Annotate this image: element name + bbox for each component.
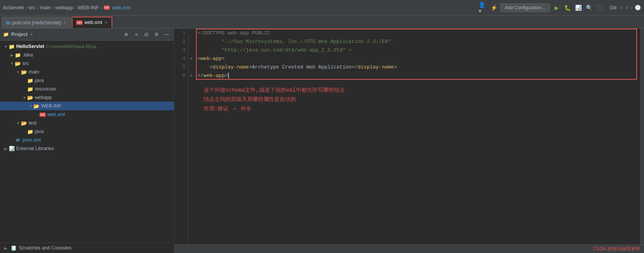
tree-arrow-src: ▼ bbox=[9, 61, 15, 66]
sidebar-icons: ⊕ ≡ ⊟ ⚙ — bbox=[122, 30, 171, 39]
tab-pomxml-label: pom.xml (HelloServlet) bbox=[12, 20, 61, 26]
maven-icon: m bbox=[6, 20, 10, 26]
idea-folder-icon: 📁 bbox=[15, 52, 21, 58]
tree-item-helloservlet[interactable]: ▼ 📁 HelloServlet C:\Users\28463\java EE\… bbox=[0, 42, 174, 51]
tree-arrow-pomxml: ▶ bbox=[9, 137, 15, 143]
tree-item-main[interactable]: ▼ 📂 main bbox=[0, 68, 174, 76]
tab-pomxml[interactable]: m pom.xml (HelloServlet) ✕ bbox=[2, 17, 71, 28]
tree-arrow-test: ▼ bbox=[15, 120, 21, 126]
line-numbers: 1 2 3 4 5 6 bbox=[174, 29, 188, 244]
git-section: Git: ✓ ✓ ↑ 🕐 bbox=[610, 5, 641, 10]
debug-icon[interactable]: 🐛 bbox=[563, 3, 572, 12]
tree-item-test-java[interactable]: ▶ 📁 java bbox=[0, 127, 174, 136]
gutter-3 bbox=[188, 46, 194, 54]
line-num-2: 2 bbox=[182, 37, 185, 46]
sidebar-collapse-icon[interactable]: ⊟ bbox=[142, 30, 151, 39]
run-config-icon[interactable]: ⚡ bbox=[489, 3, 498, 12]
breadcrumb-project: lloServlet bbox=[3, 5, 24, 10]
tree-arrow-scratches: ▶ bbox=[3, 245, 9, 251]
cursor bbox=[228, 73, 229, 78]
tree-label-main: main bbox=[29, 69, 39, 75]
tag-6: web-app bbox=[204, 73, 225, 79]
java-folder-icon: 📁 bbox=[27, 77, 33, 84]
add-configuration-button[interactable]: Add Configuration... bbox=[500, 3, 550, 12]
tab-pomxml-close[interactable]: ✕ bbox=[63, 20, 67, 25]
extlibs-icon: 📊 bbox=[9, 145, 15, 152]
webxml-icon: </> bbox=[103, 5, 110, 11]
tag-5a: display-name bbox=[213, 64, 249, 70]
editor-scrollbar[interactable] bbox=[640, 29, 644, 244]
tree-item-java[interactable]: ▶ 📁 java bbox=[0, 76, 174, 85]
tree-item-webapp[interactable]: ▼ 📂 webapp bbox=[0, 93, 174, 102]
webinf-folder-icon: 📂 bbox=[33, 103, 39, 109]
code-area[interactable]: <!DOCTYPE web-app PUBLIC "-//Sun Microsy… bbox=[194, 29, 640, 244]
code-line-2: "-//Sun Microsystems, Inc.//DTD Web Appl… bbox=[197, 37, 637, 46]
test-java-folder-icon: 📁 bbox=[27, 128, 33, 135]
bracket-5c: </ bbox=[352, 64, 358, 70]
line-num-6: 6 bbox=[182, 71, 185, 80]
main-folder-icon: 📂 bbox=[21, 69, 27, 75]
sidebar-close-icon[interactable]: — bbox=[162, 30, 171, 39]
tab-webxml-close[interactable]: ✕ bbox=[104, 20, 108, 25]
profile-icon[interactable]: 👤▾ bbox=[479, 3, 487, 12]
tree-item-test[interactable]: ▼ 📂 test bbox=[0, 119, 174, 127]
sidebar-header: 📁 Project ▾ ⊕ ≡ ⊟ ⚙ — bbox=[0, 29, 174, 41]
tree-arrow-main: ▼ bbox=[15, 69, 21, 75]
sidebar-add-icon[interactable]: ⊕ bbox=[122, 30, 131, 39]
breadcrumb-src: src bbox=[28, 5, 35, 10]
code-line-4: <web-app> bbox=[197, 54, 637, 63]
tree-label-extlibs: External Libraries bbox=[16, 146, 54, 151]
tab-webxml-label: web.xml bbox=[84, 20, 102, 25]
coverage-icon[interactable]: 🔍 bbox=[585, 3, 593, 12]
bracket-4a: < bbox=[197, 56, 201, 62]
run-icon[interactable]: ▶ bbox=[552, 3, 561, 12]
tree-item-src[interactable]: ▼ 📂 src bbox=[0, 59, 174, 68]
line-num-3: 3 bbox=[182, 46, 185, 54]
tree-label-resources: resources bbox=[35, 86, 56, 92]
footer: CSDN @快到锅里来呀 bbox=[174, 244, 644, 253]
tree-item-pomxml[interactable]: ▶ m pom.xml bbox=[0, 136, 174, 144]
tree-item-webxml[interactable]: ▶ </> web.xml bbox=[0, 110, 174, 119]
annotation-block: 这个叫做schema文件,描述了你的xml中都允许写哪些结点 结点之间的层级关系… bbox=[197, 83, 637, 116]
tab-webxml[interactable]: </> web.xml ✕ bbox=[72, 17, 112, 28]
toolbar-actions: 👤▾ ⚡ Add Configuration... ▶ 🐛 📊 🔍 ⬛ Git:… bbox=[479, 3, 641, 12]
gutter-2 bbox=[188, 37, 194, 46]
sidebar-title: Project bbox=[11, 32, 27, 37]
git-arrow-icon: ↑ bbox=[631, 5, 634, 10]
sidebar-expand-icon[interactable]: ≡ bbox=[132, 30, 141, 39]
tree-item-idea[interactable]: ▶ 📁 .idea bbox=[0, 51, 174, 59]
bracket-5d: > bbox=[394, 64, 397, 70]
code-line-3: "http://java.sun.com/dtd/web-app_2_3.dtd… bbox=[197, 46, 637, 54]
footer-brand: CSDN @快到锅里来呀 bbox=[593, 246, 640, 252]
breadcrumb: lloServlet › src › main › webapp › WEB-I… bbox=[3, 5, 479, 11]
tree-label-helloservlet: HelloServlet bbox=[16, 44, 44, 49]
stop-icon[interactable]: ⬛ bbox=[596, 3, 604, 12]
tree-arrow-java: ▶ bbox=[22, 78, 27, 83]
sidebar-dropdown-icon[interactable]: ▾ bbox=[31, 32, 33, 37]
tabs-bar: m pom.xml (HelloServlet) ✕ </> web.xml ✕ bbox=[0, 15, 644, 29]
git-clock-icon: 🕐 bbox=[635, 5, 641, 10]
code-line-5: <display-name>Archetype Created Web Appl… bbox=[197, 63, 637, 71]
tree-item-webinf[interactable]: ▼ 📂 WEB-INF bbox=[0, 102, 174, 110]
sidebar-settings-icon[interactable]: ⚙ bbox=[152, 30, 161, 39]
gutter-4: ▼ bbox=[188, 54, 194, 63]
scratches-label: Scratches and Consoles bbox=[19, 245, 72, 251]
tree-arrow-helloservlet: ▼ bbox=[3, 44, 9, 49]
tree-item-scratches[interactable]: ▶ 🗒️ Scratches and Consoles bbox=[0, 243, 174, 253]
text-5: Archetype Created Web Application bbox=[252, 64, 351, 70]
tree-label-idea: .idea bbox=[22, 52, 33, 58]
tree-item-extlibs[interactable]: ▶ 📊 External Libraries bbox=[0, 144, 174, 153]
code-line-6: </web-app> bbox=[197, 71, 637, 80]
gutter-area: ▼ ▼ bbox=[188, 29, 194, 244]
doctype-token: <!DOCTYPE web-app PUBLIC bbox=[197, 30, 270, 36]
gutter-5 bbox=[188, 63, 194, 71]
annotation-line-2: 结点之间的层级关系哪些属性是合法的 bbox=[204, 95, 631, 104]
profile-run-icon[interactable]: 📊 bbox=[574, 3, 582, 12]
code-lines-wrapper: <!DOCTYPE web-app PUBLIC "-//Sun Microsy… bbox=[197, 29, 637, 80]
test-folder-icon: 📂 bbox=[21, 120, 27, 126]
tree-item-resources[interactable]: ▶ 📁 resources bbox=[0, 85, 174, 93]
project-icon: 📁 bbox=[9, 43, 15, 50]
annotation-line-3: 作用:验证 ＋ 补全 bbox=[204, 104, 631, 114]
tree-arrow-extlibs: ▶ bbox=[3, 146, 9, 151]
tree-arrow-resources: ▶ bbox=[22, 86, 27, 92]
